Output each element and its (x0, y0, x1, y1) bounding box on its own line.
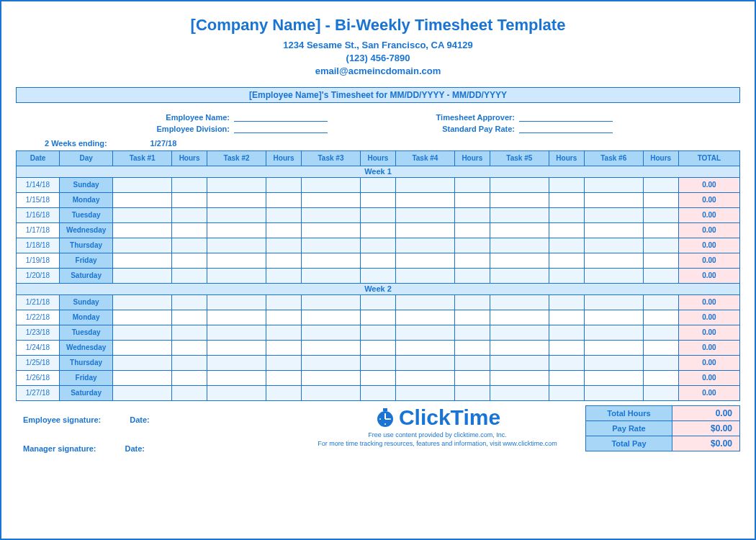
cell-hours[interactable] (643, 294, 678, 310)
cell-hours[interactable] (549, 222, 584, 238)
cell-task[interactable] (207, 355, 266, 370)
cell-hours[interactable] (454, 268, 490, 283)
cell-task[interactable] (490, 370, 549, 385)
cell-task[interactable] (584, 207, 643, 222)
cell-hours[interactable] (360, 325, 395, 340)
cell-task[interactable] (584, 355, 643, 370)
cell-task[interactable] (113, 268, 172, 283)
cell-hours[interactable] (266, 238, 301, 253)
cell-task[interactable] (395, 340, 454, 355)
cell-task[interactable] (395, 355, 454, 370)
cell-hours[interactable] (454, 325, 490, 340)
cell-hours[interactable] (643, 268, 678, 283)
cell-hours[interactable] (266, 222, 301, 238)
cell-hours[interactable] (549, 310, 584, 325)
cell-hours[interactable] (360, 385, 395, 400)
cell-hours[interactable] (454, 207, 490, 222)
cell-task[interactable] (302, 370, 361, 385)
cell-task[interactable] (113, 294, 172, 310)
cell-hours[interactable] (549, 238, 584, 253)
cell-task[interactable] (490, 177, 549, 192)
cell-hours[interactable] (643, 222, 678, 238)
cell-hours[interactable] (172, 253, 207, 268)
cell-hours[interactable] (172, 207, 207, 222)
cell-hours[interactable] (643, 310, 678, 325)
cell-task[interactable] (302, 325, 361, 340)
cell-hours[interactable] (266, 207, 301, 222)
cell-task[interactable] (395, 268, 454, 283)
cell-hours[interactable] (360, 310, 395, 325)
cell-task[interactable] (584, 177, 643, 192)
cell-hours[interactable] (266, 370, 301, 385)
cell-hours[interactable] (172, 355, 207, 370)
cell-hours[interactable] (172, 192, 207, 207)
cell-task[interactable] (490, 325, 549, 340)
cell-hours[interactable] (454, 192, 490, 207)
cell-hours[interactable] (454, 310, 490, 325)
cell-hours[interactable] (549, 355, 584, 370)
cell-hours[interactable] (643, 370, 678, 385)
cell-task[interactable] (490, 340, 549, 355)
cell-hours[interactable] (172, 177, 207, 192)
cell-task[interactable] (490, 222, 549, 238)
cell-hours[interactable] (549, 192, 584, 207)
cell-task[interactable] (302, 355, 361, 370)
cell-task[interactable] (207, 207, 266, 222)
pay-rate-input[interactable] (519, 125, 613, 133)
cell-hours[interactable] (172, 268, 207, 283)
cell-hours[interactable] (549, 325, 584, 340)
cell-task[interactable] (395, 207, 454, 222)
cell-task[interactable] (302, 385, 361, 400)
cell-task[interactable] (490, 192, 549, 207)
cell-hours[interactable] (266, 340, 301, 355)
cell-hours[interactable] (360, 192, 395, 207)
cell-hours[interactable] (360, 238, 395, 253)
cell-hours[interactable] (454, 294, 490, 310)
employee-division-input[interactable] (234, 125, 328, 133)
cell-hours[interactable] (643, 207, 678, 222)
cell-task[interactable] (302, 340, 361, 355)
cell-hours[interactable] (266, 177, 301, 192)
cell-task[interactable] (113, 222, 172, 238)
cell-task[interactable] (302, 207, 361, 222)
cell-task[interactable] (584, 340, 643, 355)
cell-hours[interactable] (549, 253, 584, 268)
approver-input[interactable] (519, 113, 613, 122)
cell-hours[interactable] (172, 385, 207, 400)
cell-task[interactable] (207, 238, 266, 253)
cell-task[interactable] (395, 253, 454, 268)
cell-task[interactable] (395, 310, 454, 325)
cell-task[interactable] (395, 385, 454, 400)
cell-hours[interactable] (643, 192, 678, 207)
cell-task[interactable] (113, 253, 172, 268)
cell-hours[interactable] (360, 177, 395, 192)
cell-task[interactable] (113, 192, 172, 207)
cell-hours[interactable] (454, 253, 490, 268)
cell-hours[interactable] (454, 385, 490, 400)
cell-task[interactable] (584, 238, 643, 253)
cell-task[interactable] (584, 192, 643, 207)
cell-task[interactable] (302, 253, 361, 268)
cell-task[interactable] (113, 238, 172, 253)
cell-hours[interactable] (549, 268, 584, 283)
cell-task[interactable] (584, 370, 643, 385)
cell-hours[interactable] (549, 340, 584, 355)
cell-task[interactable] (302, 192, 361, 207)
cell-task[interactable] (302, 238, 361, 253)
cell-task[interactable] (395, 370, 454, 385)
cell-task[interactable] (113, 177, 172, 192)
cell-hours[interactable] (549, 370, 584, 385)
cell-task[interactable] (584, 385, 643, 400)
cell-task[interactable] (207, 192, 266, 207)
cell-hours[interactable] (360, 355, 395, 370)
cell-hours[interactable] (172, 340, 207, 355)
cell-task[interactable] (207, 385, 266, 400)
cell-task[interactable] (113, 325, 172, 340)
cell-hours[interactable] (454, 222, 490, 238)
cell-task[interactable] (584, 222, 643, 238)
cell-hours[interactable] (643, 238, 678, 253)
cell-hours[interactable] (643, 355, 678, 370)
cell-hours[interactable] (360, 294, 395, 310)
cell-task[interactable] (207, 340, 266, 355)
cell-hours[interactable] (549, 207, 584, 222)
